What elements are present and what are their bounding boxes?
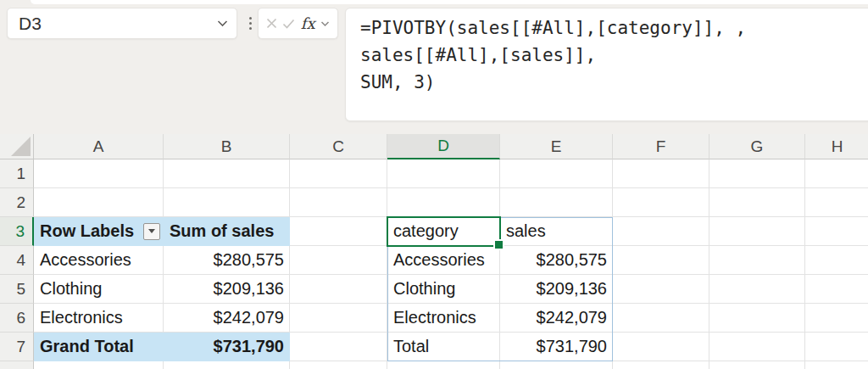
- cell-F4[interactable]: [613, 246, 709, 275]
- select-all-button[interactable]: [0, 134, 34, 159]
- column-header-d-selected[interactable]: D: [387, 134, 500, 159]
- fx-icon[interactable]: fx: [301, 16, 315, 31]
- cell-H1[interactable]: [805, 159, 868, 188]
- cell-D6[interactable]: Electronics: [387, 304, 500, 333]
- pivot-row-labels: Row Labels: [40, 221, 134, 241]
- formula-line: sales[[#All],[sales]],: [360, 42, 865, 69]
- cell-B1[interactable]: [164, 159, 290, 188]
- cell-E8[interactable]: [500, 361, 613, 369]
- cell-F1[interactable]: [613, 159, 709, 188]
- chevron-down-icon[interactable]: [320, 20, 330, 27]
- row-header-4[interactable]: 4: [0, 246, 34, 275]
- formula-bar[interactable]: =PIVOTBY(sales[[#All],[category]], , sal…: [345, 8, 868, 121]
- row-header-5[interactable]: 5: [0, 275, 34, 304]
- row-header-8[interactable]: [0, 361, 34, 369]
- cell-A2[interactable]: [34, 188, 164, 217]
- column-header-g[interactable]: G: [709, 134, 805, 159]
- cell-E4[interactable]: $280,575: [500, 246, 613, 275]
- filter-dropdown-icon[interactable]: [143, 223, 160, 240]
- grid-row-4: 4 Accessories $280,575 Accessories $280,…: [0, 246, 868, 275]
- column-header-c[interactable]: C: [290, 134, 387, 159]
- row-header-1[interactable]: 1: [0, 159, 34, 188]
- check-icon[interactable]: [282, 19, 295, 29]
- cell-H6[interactable]: [805, 304, 868, 333]
- cell-G6[interactable]: [709, 304, 805, 333]
- cell-H4[interactable]: [805, 246, 868, 275]
- cell-C8[interactable]: [290, 361, 387, 369]
- cell-H7[interactable]: [805, 333, 868, 361]
- cell-F7[interactable]: [613, 333, 709, 361]
- cell-B5[interactable]: $209,136: [164, 275, 290, 304]
- cell-H2[interactable]: [805, 188, 868, 217]
- cell-G3[interactable]: [709, 217, 805, 246]
- cell-D7[interactable]: Total: [387, 333, 500, 361]
- fill-handle[interactable]: [495, 241, 503, 249]
- name-box-value: D3: [19, 14, 217, 34]
- cell-F8[interactable]: [613, 361, 709, 369]
- formula-line: =PIVOTBY(sales[[#All],[category]], ,: [360, 14, 865, 42]
- cell-G1[interactable]: [709, 159, 805, 188]
- cell-A1[interactable]: [34, 159, 164, 188]
- row-header-2[interactable]: 2: [0, 188, 34, 217]
- cell-G8[interactable]: [709, 361, 805, 369]
- cell-C5[interactable]: [290, 275, 387, 304]
- cell-C4[interactable]: [290, 246, 387, 275]
- cell-A6[interactable]: Electronics: [34, 304, 164, 333]
- cell-C2[interactable]: [290, 188, 387, 217]
- cell-A8[interactable]: [34, 361, 164, 369]
- name-box[interactable]: D3: [7, 8, 237, 39]
- cell-G5[interactable]: [709, 275, 805, 304]
- column-header-e[interactable]: E: [500, 134, 613, 159]
- cell-G7[interactable]: [709, 333, 805, 361]
- cell-E6[interactable]: $242,079: [500, 304, 613, 333]
- row-header-6[interactable]: 6: [0, 304, 34, 333]
- cell-D4[interactable]: Accessories: [387, 246, 500, 275]
- cell-G2[interactable]: [709, 188, 805, 217]
- cell-B7-grand-total[interactable]: $731,790: [164, 333, 290, 361]
- cell-C7[interactable]: [290, 333, 387, 361]
- cell-F6[interactable]: [613, 304, 709, 333]
- cell-B3-pivot-header[interactable]: Sum of sales: [164, 217, 290, 246]
- ribbon-edge: [31, 0, 868, 4]
- x-icon[interactable]: [266, 18, 277, 29]
- cell-B4[interactable]: $280,575: [164, 246, 290, 275]
- cell-E1[interactable]: [500, 159, 613, 188]
- row-header-7[interactable]: 7: [0, 333, 34, 361]
- cell-C3[interactable]: [290, 217, 387, 246]
- column-header-h[interactable]: H: [805, 134, 868, 159]
- cell-F2[interactable]: [613, 188, 709, 217]
- cell-C6[interactable]: [290, 304, 387, 333]
- cell-A5[interactable]: Clothing: [34, 275, 164, 304]
- cell-C1[interactable]: [290, 159, 387, 188]
- cell-D1[interactable]: [387, 159, 500, 188]
- cell-H3[interactable]: [805, 217, 868, 246]
- kebab-vertical-icon[interactable]: [245, 8, 255, 39]
- cell-A4[interactable]: Accessories: [34, 246, 164, 275]
- cell-B8[interactable]: [164, 361, 290, 369]
- cell-D5[interactable]: Clothing: [387, 275, 500, 304]
- cell-E5[interactable]: $209,136: [500, 275, 613, 304]
- cell-F3[interactable]: [613, 217, 709, 246]
- cell-A3-pivot-header[interactable]: Row Labels: [34, 217, 164, 246]
- cell-H8[interactable]: [805, 361, 868, 369]
- cell-B6[interactable]: $242,079: [164, 304, 290, 333]
- cell-E2[interactable]: [500, 188, 613, 217]
- cell-E3[interactable]: sales: [500, 217, 613, 246]
- cell-G4[interactable]: [709, 246, 805, 275]
- cell-B2[interactable]: [164, 188, 290, 217]
- cell-D8[interactable]: [387, 361, 500, 369]
- cell-H5[interactable]: [805, 275, 868, 304]
- cell-A7-grand-total[interactable]: Grand Total: [34, 333, 164, 361]
- row-header-3-selected[interactable]: 3: [0, 217, 34, 246]
- column-header-a[interactable]: A: [34, 134, 164, 159]
- grid-row-6: 6 Electronics $242,079 Electronics $242,…: [0, 304, 868, 333]
- formula-line: SUM, 3): [360, 69, 865, 96]
- formula-buttons: fx: [258, 8, 338, 39]
- column-header-f[interactable]: F: [613, 134, 709, 159]
- cell-E7[interactable]: $731,790: [500, 333, 613, 361]
- cell-D2[interactable]: [387, 188, 500, 217]
- column-header-b[interactable]: B: [164, 134, 290, 159]
- cell-F5[interactable]: [613, 275, 709, 304]
- chevron-down-icon[interactable]: [217, 20, 228, 27]
- cell-D3-active[interactable]: category: [387, 217, 500, 246]
